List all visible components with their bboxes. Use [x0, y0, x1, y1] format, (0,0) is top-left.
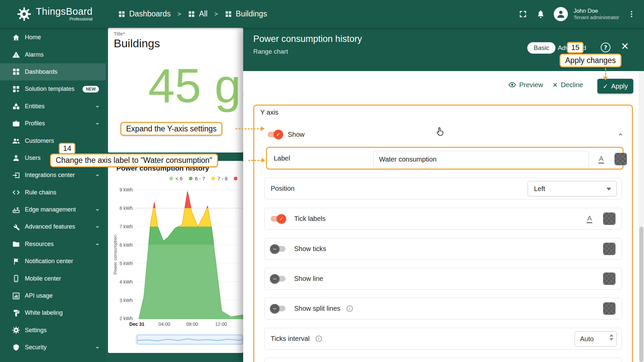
sidebar-item-customers[interactable]: Customers [0, 132, 106, 149]
sidebar-item-label: Integrations center [25, 172, 75, 179]
white-labeling-icon [12, 309, 20, 317]
color-picker-swatch[interactable] [603, 273, 615, 285]
font-settings-icon[interactable] [595, 153, 607, 165]
breadcrumb-separator: > [214, 10, 218, 18]
fullscreen-icon[interactable] [518, 9, 528, 19]
range-selector[interactable] [137, 335, 243, 345]
sidebar-item-integrations-center[interactable]: Integrations center [0, 167, 106, 184]
sidebar-item-resources[interactable]: Resources [0, 236, 106, 253]
show-ticks-toggle[interactable] [271, 246, 285, 252]
color-picker-swatch[interactable] [603, 302, 615, 315]
avatar[interactable] [554, 7, 568, 21]
panel-subtitle: Range chart [253, 48, 288, 55]
stepper-arrows-icon[interactable] [609, 334, 613, 341]
show-split-lines-toggle[interactable] [271, 306, 285, 311]
panel-scrollbar[interactable] [639, 71, 644, 362]
range-chart-plot [136, 181, 243, 319]
sidebar-item-label: Advanced features [25, 223, 75, 230]
sidebar-item-label: API usage [25, 292, 53, 299]
font-settings-icon[interactable] [583, 213, 596, 225]
apply-button[interactable]: Apply [597, 79, 633, 94]
user-block[interactable]: John Doe Tenant administrator [574, 7, 619, 21]
sidebar-item-mobile-center[interactable]: Mobile center [0, 270, 106, 287]
sidebar-item-entities[interactable]: Entities [0, 98, 106, 115]
show-label: Show [288, 131, 305, 138]
basic-mode-toggle[interactable]: Basic [527, 42, 555, 54]
title-field-value[interactable]: Buildings [114, 37, 160, 50]
sidebar-item-white-labeling[interactable]: White labeling [0, 304, 106, 321]
color-picker-swatch[interactable] [603, 213, 615, 225]
annotation-connector [248, 160, 262, 161]
info-icon[interactable] [346, 305, 353, 312]
legend-item[interactable]: 7 - 8 [211, 176, 227, 181]
chevron-down-icon [95, 104, 100, 109]
ticks-interval-row: Ticks interval Auto [264, 328, 622, 350]
sidebar-item-alarms[interactable]: Alarms [0, 46, 106, 63]
rule-chains-icon [12, 188, 20, 196]
sidebar-item-edge-management[interactable]: Edge management [0, 201, 106, 218]
show-line-toggle[interactable] [271, 276, 285, 282]
sidebar-item-label: Solution templates [25, 85, 74, 93]
new-badge: NEW [83, 86, 99, 93]
notifications-bell-icon[interactable] [536, 9, 545, 19]
sidebar-item-settings[interactable]: Settings [0, 322, 106, 339]
sidebar-item-rule-chains[interactable]: Rule chains [0, 184, 106, 201]
sidebar-item-home[interactable]: Home [0, 29, 106, 46]
close-icon[interactable] [621, 41, 629, 52]
gear-icon [12, 326, 20, 334]
sidebar-item-notification-center[interactable]: Notification center [0, 253, 106, 270]
chevron-down-icon [95, 345, 100, 350]
range-preview-line [138, 335, 243, 344]
legend-item[interactable] [234, 177, 237, 180]
power-consumption-widget[interactable]: Power consumption history < 6 6 - 7 7 - … [108, 161, 243, 353]
color-picker-swatch[interactable] [603, 243, 615, 255]
sidebar-item-api-usage[interactable]: API usage [0, 287, 106, 304]
position-row: Position Left [264, 178, 622, 199]
thingsboard-logo-icon [17, 7, 32, 21]
help-icon[interactable] [601, 43, 610, 52]
chevron-down-icon [95, 224, 100, 230]
annotation-step-14-badge: 14 [59, 143, 75, 154]
label-row-highlight: Label [266, 147, 624, 170]
breadcrumb-all[interactable]: All [188, 9, 208, 18]
show-line-row: Show line [264, 268, 622, 290]
decline-button[interactable]: Decline [552, 81, 583, 89]
sidebar-item-label: Profiles [25, 120, 45, 127]
annotation-connector [235, 128, 262, 129]
chevron-up-icon[interactable] [617, 131, 624, 138]
ticks-interval-input[interactable]: Auto [575, 331, 617, 347]
users-icon [12, 154, 20, 162]
dashboards-icon [118, 10, 125, 18]
annotation-change-label: Change the axis label to "Water consumpt… [50, 154, 218, 167]
sidebar-item-solution-templates[interactable]: Solution templates NEW [0, 80, 106, 98]
sidebar-item-label: Edge management [25, 206, 76, 213]
sidebar-item-advanced-features[interactable]: Advanced features [0, 218, 106, 235]
legend-item[interactable]: 6 - 7 [189, 176, 205, 181]
legend-dot [189, 177, 193, 180]
breadcrumb-dashboards[interactable]: Dashboards [118, 9, 171, 18]
color-picker-swatch[interactable] [614, 153, 627, 165]
sidebar-item-profiles[interactable]: Profiles [0, 115, 106, 132]
resources-icon [12, 240, 20, 248]
breadcrumb-buildings[interactable]: Buildings [225, 9, 267, 18]
sidebar-item-label: Rule chains [25, 189, 56, 196]
position-select[interactable]: Left [528, 181, 617, 196]
legend-item[interactable]: < 6 [169, 176, 182, 181]
edge-management-icon [12, 206, 20, 214]
info-icon[interactable] [316, 336, 322, 342]
sidebar-item-dashboards[interactable]: Dashboards [0, 63, 106, 80]
show-toggle[interactable] [268, 132, 282, 137]
tick-labels-toggle[interactable] [271, 216, 285, 222]
integrations-icon [12, 171, 20, 179]
y-axis-show-row[interactable]: Show [268, 124, 624, 145]
thingsboard-app: ThingsBoard Professional Dashboards > Al… [0, 0, 644, 362]
scrollbar-thumb[interactable] [639, 227, 643, 362]
kebab-menu-icon[interactable] [628, 9, 636, 19]
legend-dot [211, 177, 215, 180]
preview-button[interactable]: Preview [508, 81, 543, 89]
axis-label-input[interactable] [373, 151, 589, 168]
mouse-cursor [435, 127, 445, 137]
sidebar-item-security[interactable]: Security [0, 339, 106, 356]
entities-icon [12, 102, 20, 110]
profiles-icon [12, 120, 20, 128]
